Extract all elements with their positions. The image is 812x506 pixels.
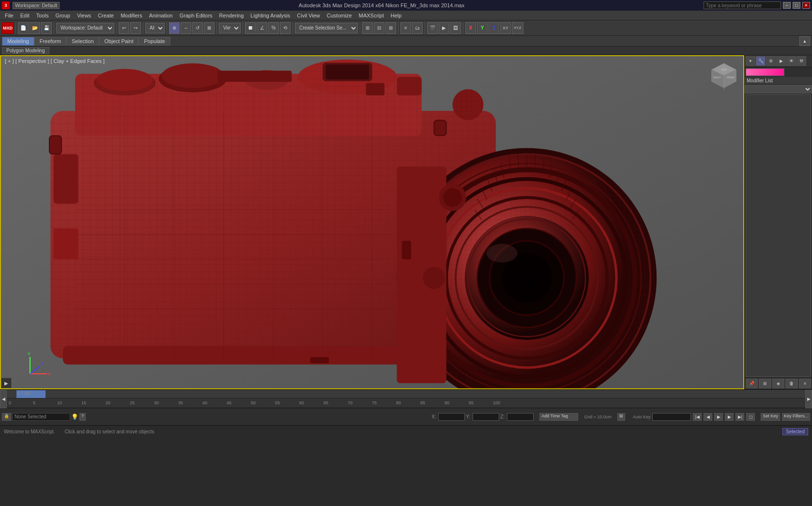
menu-item-tools[interactable]: Tools <box>33 12 52 19</box>
camera-render-area[interactable]: TOP FRONT RIGHT N X Y Z <box>1 56 743 388</box>
remove-modifier-button[interactable]: 🗑 <box>785 379 797 388</box>
svg-text:Z: Z <box>41 362 44 367</box>
tab-selection[interactable]: Selection <box>66 37 99 46</box>
render-frame-button[interactable]: 🖼 <box>450 22 461 34</box>
viewport[interactable]: [ + ] [ Perspective ] [ Clay + Edged Fac… <box>0 55 744 389</box>
save-button[interactable]: 💾 <box>41 22 52 34</box>
minimize-button[interactable]: − <box>783 2 791 9</box>
selection-lock-button[interactable]: 🔒 <box>2 413 11 421</box>
scale-tool-button[interactable]: ⊠ <box>204 22 214 34</box>
set-key-button[interactable]: Set Key <box>761 413 780 421</box>
align-button[interactable]: ⊟ <box>374 22 384 34</box>
select-tool-button[interactable]: ⊕ <box>169 22 180 34</box>
selection-filter-dropdown[interactable]: All <box>145 23 165 33</box>
play-button[interactable]: ▶ <box>714 413 723 421</box>
new-button[interactable]: 📄 <box>18 22 29 34</box>
timeline-scroll[interactable]: 0 / 100 0 5 10 15 20 25 30 35 40 45 50 5… <box>7 390 805 408</box>
axis-x-button[interactable]: X <box>465 22 476 34</box>
menu-item-views[interactable]: Views <box>74 12 94 19</box>
move-tool-button[interactable]: ↔ <box>181 22 191 34</box>
menu-item-create[interactable]: Create <box>95 12 117 19</box>
separator <box>216 22 217 34</box>
pin-stack-button[interactable]: 📌 <box>746 379 758 388</box>
axis-z-button[interactable]: Z <box>489 22 499 34</box>
help-icon[interactable]: ? <box>79 413 86 421</box>
navigation-cube[interactable]: TOP FRONT RIGHT N <box>709 61 738 90</box>
redo-button[interactable]: ↪ <box>130 22 141 34</box>
rotate-tool-button[interactable]: ↺ <box>192 22 203 34</box>
frame-mode-button[interactable]: ◻ <box>746 413 755 421</box>
menu-item-file[interactable]: File <box>2 12 16 19</box>
auto-key-input[interactable]: Selected <box>652 413 691 421</box>
render-button[interactable]: ▶ <box>439 22 449 34</box>
goto-end-button[interactable]: ▶| <box>735 413 744 421</box>
menu-item-graph-editors[interactable]: Graph Editors <box>177 12 215 19</box>
menu-item-civil-view[interactable]: Civil View <box>294 12 322 19</box>
menu-item-maxscript[interactable]: MAXScript <box>356 12 387 19</box>
modify-icon[interactable]: 🔧 <box>756 56 766 66</box>
angle-snap-button[interactable]: ∠ <box>257 22 267 34</box>
menu-item-lighting-analysis[interactable]: Lighting Analysis <box>247 12 293 19</box>
axis-xy-button[interactable]: XY <box>500 22 511 34</box>
search-input[interactable] <box>704 1 781 9</box>
goto-start-button[interactable]: |◀ <box>693 413 702 421</box>
spinner-snap-button[interactable]: ⟲ <box>280 22 291 34</box>
next-frame-button[interactable]: ▶ <box>725 413 734 421</box>
object-color-box[interactable] <box>746 68 784 76</box>
separator <box>463 22 463 34</box>
x-coord-input[interactable] <box>438 413 465 421</box>
right-panel: ✦ 🔧 ⚙ ▶ 👁 ⚒ Modifier List 📌 ⊞ ◈ 🗑 ≡ <box>744 55 812 389</box>
menu-item-edit[interactable]: Edit <box>17 12 32 19</box>
make-unique-button[interactable]: ◈ <box>772 379 784 388</box>
undo-button[interactable]: ↩ <box>119 22 129 34</box>
workspace-dropdown[interactable]: Workspace: Default <box>13 2 60 9</box>
tab-populate[interactable]: Populate <box>138 37 170 46</box>
reference-coord-dropdown[interactable]: View <box>219 23 241 33</box>
grid-snap-button[interactable]: ⊞ <box>617 413 625 421</box>
utilities-icon[interactable]: ⚒ <box>797 56 806 66</box>
bottom-status-bar: Welcome to MAXScript. Click and drag to … <box>0 425 812 437</box>
configure-modifier-button[interactable]: ≡ <box>799 379 811 388</box>
named-selection-dropdown[interactable]: Create Selection Se... <box>295 23 358 33</box>
motion-icon[interactable]: ▶ <box>776 56 786 66</box>
right-panel-icons: ✦ 🔧 ⚙ ▶ 👁 ⚒ <box>745 55 812 67</box>
menu-item-modifiers[interactable]: Modifiers <box>118 12 145 19</box>
tab-modeling[interactable]: Modeling <box>2 37 34 46</box>
axis-y-button[interactable]: Y <box>477 22 488 34</box>
display-icon[interactable]: 👁 <box>786 56 796 66</box>
maximize-button[interactable]: □ <box>793 2 800 9</box>
workspace-dropdown[interactable]: Workspace: Default <box>56 23 114 33</box>
tab-freeform[interactable]: Freeform <box>34 37 67 46</box>
snap-toggle-button[interactable]: 🔲 <box>245 22 256 34</box>
tab-object-paint[interactable]: Object Paint <box>99 37 139 46</box>
key-filters-button[interactable]: Key Filters... <box>782 413 810 421</box>
close-button[interactable]: ✕ <box>802 2 810 9</box>
polygon-modeling-button[interactable]: Polygon Modeling <box>2 47 49 54</box>
viewport-play-button[interactable]: ▶ <box>1 378 12 388</box>
mirror-button[interactable]: ⊞ <box>362 22 373 34</box>
z-coord-input[interactable] <box>507 413 534 421</box>
ribbon-expand-button[interactable]: ▲ <box>799 36 810 46</box>
y-coord-input[interactable] <box>473 413 499 421</box>
show-end-result-button[interactable]: ⊞ <box>759 379 771 388</box>
hierarchy-icon[interactable]: ⚙ <box>766 56 776 66</box>
create-icon[interactable]: ✦ <box>746 56 755 66</box>
layer-manager-button[interactable]: ≡ <box>400 22 411 34</box>
modifier-list-dropdown[interactable] <box>745 85 812 93</box>
axis-xyz-button[interactable]: XYZ <box>512 22 523 34</box>
scene-explorer-button[interactable]: 🗂 <box>412 22 423 34</box>
menu-item-customize[interactable]: Customize <box>324 12 355 19</box>
percent-snap-button[interactable]: % <box>268 22 279 34</box>
align-view-button[interactable]: ⊞ <box>385 22 396 34</box>
add-time-tag-button[interactable]: Add Time Tag <box>539 413 578 421</box>
menu-item-group[interactable]: Group <box>52 12 73 19</box>
menu-item-rendering[interactable]: Rendering <box>216 12 247 19</box>
menu-item-animation[interactable]: Animation <box>146 12 176 19</box>
timeline-scroll-right[interactable]: ▶ <box>805 390 812 408</box>
timeline-scroll-left[interactable]: ◀ <box>0 390 7 408</box>
prev-frame-button[interactable]: ◀ <box>704 413 712 421</box>
menu-item-help[interactable]: Help <box>388 12 405 19</box>
render-setup-button[interactable]: 🎬 <box>427 22 438 34</box>
separator <box>167 22 167 34</box>
open-button[interactable]: 📂 <box>30 22 40 34</box>
